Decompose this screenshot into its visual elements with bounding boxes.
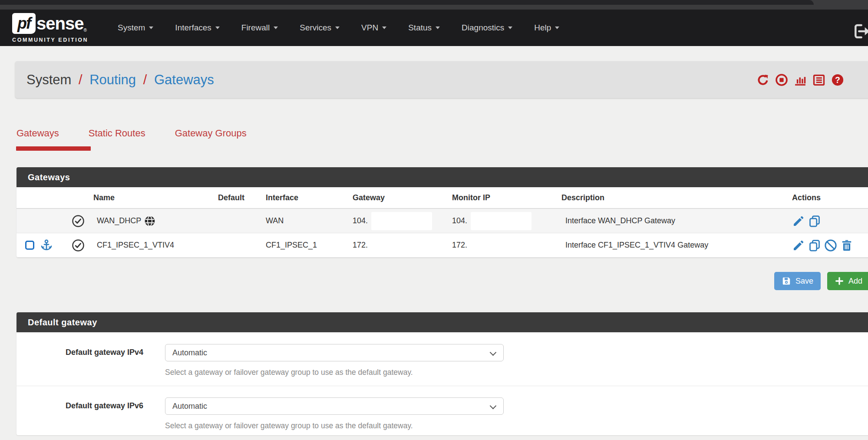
disable-icon[interactable] xyxy=(824,239,837,252)
chevron-down-icon xyxy=(382,26,386,29)
monitor-ip: 104. xyxy=(452,216,467,225)
ipv4-help-text: Select a gateway or failover gateway gro… xyxy=(165,368,504,377)
menu-interfaces[interactable]: Interfaces xyxy=(164,10,230,46)
stop-record-icon[interactable] xyxy=(775,73,788,86)
bar-chart-icon[interactable] xyxy=(794,73,807,86)
gateways-panel: Gateways Name Default Interface Gateway … xyxy=(17,167,868,258)
sign-out-icon[interactable] xyxy=(852,23,868,40)
menu-help[interactable]: Help xyxy=(523,10,570,46)
plus-icon xyxy=(835,276,844,286)
breadcrumb-separator: / xyxy=(143,72,147,87)
pfsense-logo-tagline: COMMUNITY EDITION xyxy=(12,37,95,43)
breadcrumb-gateways-link[interactable]: Gateways xyxy=(154,72,214,87)
monitor-ip: 172. xyxy=(452,241,467,250)
gateway-name: WAN_DHCP xyxy=(97,216,141,225)
header-action-icons: ? xyxy=(756,61,844,98)
active-tab-underline xyxy=(16,146,91,151)
main-menu: System Interfaces Firewall Services VPN … xyxy=(107,10,570,46)
top-navbar: pf sense ® COMMUNITY EDITION System Inte… xyxy=(0,10,868,46)
chevron-down-icon xyxy=(335,26,340,29)
tab-static-routes[interactable]: Static Routes xyxy=(89,125,145,142)
default-gateway-panel-title: Default gateway xyxy=(17,312,868,332)
edit-icon[interactable] xyxy=(792,239,805,252)
page-header-bar: System / Routing / Gateways xyxy=(15,61,868,98)
table-buttons: Save Add xyxy=(774,272,868,290)
chevron-down-icon xyxy=(490,403,497,410)
col-name: Name xyxy=(92,193,218,202)
breadcrumb: System / Routing / Gateways xyxy=(26,72,214,88)
menu-status-label: Status xyxy=(408,23,432,33)
tab-gateways[interactable]: Gateways xyxy=(17,125,59,142)
default-gateway-ipv4-label: Default gateway IPv4 xyxy=(17,344,143,377)
default-gateway-ipv4-select[interactable]: Automatic xyxy=(165,344,504,361)
menu-vpn[interactable]: VPN xyxy=(350,10,397,46)
gateway-interface: WAN xyxy=(266,216,353,225)
selected-option: Automatic xyxy=(172,348,207,357)
refresh-icon[interactable] xyxy=(756,73,769,86)
menu-firewall[interactable]: Firewall xyxy=(231,10,289,46)
menu-system-label: System xyxy=(118,23,145,33)
gateways-table-header: Name Default Interface Gateway Monitor I… xyxy=(17,187,868,209)
pfsense-logo-pf: pf xyxy=(12,13,36,34)
form-row-ipv6: Default gateway IPv6 Automatic Select a … xyxy=(17,386,868,430)
menu-interfaces-label: Interfaces xyxy=(175,23,211,33)
default-gateway-ipv6-select[interactable]: Automatic xyxy=(165,397,504,415)
browser-strip xyxy=(0,0,868,10)
menu-status[interactable]: Status xyxy=(397,10,451,46)
menu-diagnostics[interactable]: Diagnostics xyxy=(451,10,523,46)
redacted-value xyxy=(471,212,531,230)
gateway-online-icon xyxy=(72,215,85,228)
default-gateway-ipv6-label: Default gateway IPv6 xyxy=(17,397,143,430)
menu-services-label: Services xyxy=(300,23,331,33)
svg-text:?: ? xyxy=(835,75,840,84)
menu-diagnostics-label: Diagnostics xyxy=(462,23,504,33)
selected-option: Automatic xyxy=(172,402,207,411)
gateway-online-icon xyxy=(72,239,85,252)
registered-mark: ® xyxy=(83,28,86,33)
col-default-label: Default xyxy=(218,193,244,202)
browser-tab-edge xyxy=(0,0,814,5)
chevron-down-icon xyxy=(215,26,220,29)
col-actions: Actions xyxy=(790,193,868,202)
menu-services[interactable]: Services xyxy=(289,10,350,46)
col-default: Default xyxy=(218,193,266,202)
chevron-down-icon xyxy=(508,26,512,29)
chevron-down-icon xyxy=(490,349,497,356)
save-button-label: Save xyxy=(795,277,813,286)
save-floppy-icon xyxy=(782,276,791,286)
help-icon[interactable]: ? xyxy=(831,73,844,86)
pfsense-screen: pf sense ® COMMUNITY EDITION System Inte… xyxy=(0,0,868,440)
breadcrumb-system: System xyxy=(26,72,71,87)
routing-tabs: Gateways Static Routes Gateway Groups xyxy=(17,125,276,142)
chevron-down-icon xyxy=(274,26,278,29)
gateway-name: CF1_IPSEC_1_VTIV4 xyxy=(97,241,174,250)
gateway-address: 172. xyxy=(353,241,368,250)
save-button[interactable]: Save xyxy=(774,272,821,290)
pfsense-logo-sense: sense xyxy=(36,14,83,33)
delete-icon[interactable] xyxy=(840,239,853,252)
gateway-description: Interface CF1_IPSEC_1_VTIV4 Gateway xyxy=(561,241,790,250)
table-row-cf1-ipsec: CF1_IPSEC_1_VTIV4 CF1_IPSEC_1 172. 172. … xyxy=(17,233,868,258)
copy-icon[interactable] xyxy=(808,239,821,252)
copy-icon[interactable] xyxy=(808,215,821,228)
pfsense-logo: pf sense ® COMMUNITY EDITION xyxy=(12,13,95,43)
globe-icon xyxy=(144,215,155,227)
add-button-label: Add xyxy=(848,277,862,286)
menu-system[interactable]: System xyxy=(107,10,164,46)
breadcrumb-routing-link[interactable]: Routing xyxy=(89,72,136,87)
gateways-panel-title: Gateways xyxy=(17,167,868,187)
anchor-icon xyxy=(40,239,53,252)
edit-icon[interactable] xyxy=(792,215,805,228)
tab-gateway-groups[interactable]: Gateway Groups xyxy=(175,125,247,142)
gateway-description: Interface WAN_DHCP Gateway xyxy=(561,216,790,225)
chevron-down-icon xyxy=(149,26,153,29)
ipv6-help-text: Select a gateway or failover gateway gro… xyxy=(165,421,504,430)
table-row-wan-dhcp: WAN_DHCP WAN 104. 104. Interface WAN_DHC… xyxy=(17,209,868,233)
chevron-down-icon xyxy=(436,26,440,29)
add-button[interactable]: Add xyxy=(827,272,868,290)
col-monitor-ip: Monitor IP xyxy=(452,193,561,202)
gateway-address: 104. xyxy=(353,216,368,225)
row-checkbox[interactable] xyxy=(25,241,34,250)
log-list-icon[interactable] xyxy=(812,73,825,86)
chevron-down-icon xyxy=(555,26,559,29)
